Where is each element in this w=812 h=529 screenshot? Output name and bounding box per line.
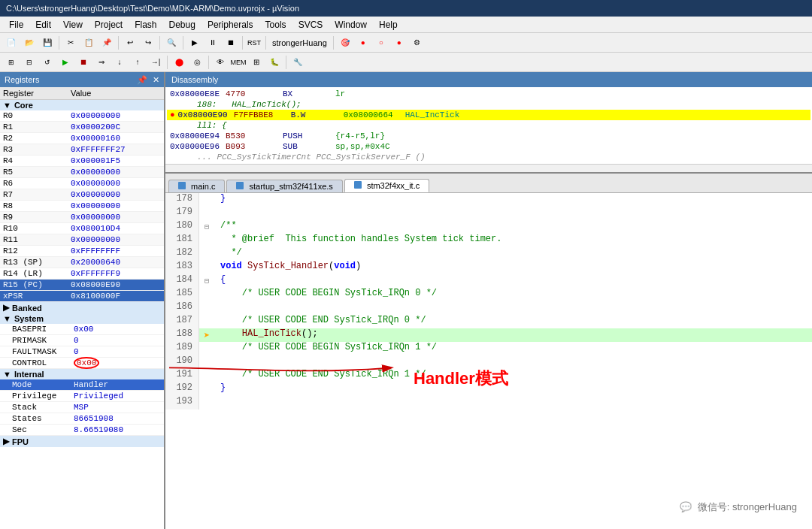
tb-target[interactable]: 🎯: [337, 35, 353, 50]
tb2-step-in[interactable]: ↓: [111, 55, 128, 70]
disasm-scrollbar[interactable]: [165, 164, 812, 173]
disasm-content[interactable]: 0x08000E8E 4770 BX lr 188: HAL_IncTick()…: [165, 87, 812, 164]
menu-window[interactable]: Window: [329, 18, 373, 32]
menu-edit[interactable]: Edit: [29, 18, 57, 32]
tb-b4[interactable]: RST: [246, 35, 262, 50]
tb2-wrench[interactable]: 🔧: [289, 55, 306, 70]
tb-save[interactable]: 💾: [39, 35, 56, 50]
reg-row-sp: R13 (SP) 0x20000640: [0, 257, 164, 268]
code-line-192: 192 }: [165, 382, 812, 396]
tab-stm32[interactable]: stm32f4xx_it.c: [344, 179, 429, 192]
reg-row-r2: R2 0x00000160: [0, 133, 164, 144]
menu-file[interactable]: File: [3, 18, 29, 32]
tb-cut[interactable]: ✂: [62, 35, 79, 50]
fpu-label: FPU: [12, 437, 29, 446]
banked-label: Banked: [12, 304, 42, 313]
tb-undo[interactable]: ↩: [122, 35, 138, 50]
reg-row-xpsr: xPSR 0x8100000F: [0, 291, 164, 302]
tab-bar: main.c startup_stm32f411xe.s stm32f4xx_i…: [165, 174, 812, 193]
disasm-line-1: 0x08000E8E 4770 BX lr: [167, 89, 810, 99]
reg-row-r5: R5 0x00000000: [0, 167, 164, 178]
menu-bar: File Edit View Project Flash Debug Perip…: [0, 17, 812, 33]
menu-tools[interactable]: Tools: [259, 18, 292, 32]
internal-label: Internal: [14, 370, 44, 379]
editor-panel: main.c startup_stm32f411xe.s stm32f4xx_i…: [165, 174, 812, 529]
reg-states: States 86651908: [0, 413, 164, 425]
watermark: 💬 微信号: strongerHuang: [680, 500, 797, 514]
system-expand[interactable]: ▼: [3, 314, 11, 323]
tab-startup-icon: [236, 182, 244, 189]
tb-redo[interactable]: ↪: [140, 35, 156, 50]
tb2-debug[interactable]: 🐛: [266, 55, 283, 70]
tab-main-c-label: main.c: [191, 182, 215, 191]
tb-b3[interactable]: ⏹: [223, 35, 239, 50]
code-line-182: 182 */: [165, 247, 812, 261]
tb-config[interactable]: ⚙: [409, 35, 426, 50]
menu-view[interactable]: View: [57, 18, 89, 32]
tb-b2[interactable]: ⏸: [205, 35, 221, 50]
tb2-mem[interactable]: MEM: [230, 55, 247, 70]
tb2-step-over[interactable]: ⇒: [93, 55, 110, 70]
tb-b1[interactable]: ▶: [186, 35, 203, 50]
code-line-188: 188 ➤ HAL_IncTick();: [165, 328, 812, 342]
tb2-bp[interactable]: ⬤: [171, 55, 187, 70]
registers-table: Register Value ▼ Core R0 0x00000000 R1 0…: [0, 87, 164, 529]
right-panel: Disassembly 0x08000E8E 4770 BX lr 188: H…: [165, 72, 812, 529]
banked-section: ▶ Banked: [0, 302, 164, 313]
core-expand[interactable]: ▼: [3, 101, 11, 110]
tab-main-c[interactable]: main.c: [168, 180, 225, 192]
tb2-b1[interactable]: ⊞: [3, 55, 20, 70]
registers-pin[interactable]: 📌: [137, 75, 147, 84]
tb2-run-to[interactable]: →|: [147, 55, 164, 70]
tb-find[interactable]: 🔍: [163, 35, 180, 50]
code-line-189: 189 /* USER CODE BEGIN SysTick_IRQn 1 */: [165, 342, 812, 355]
tb2-step-out[interactable]: ↑: [129, 55, 146, 70]
col-register: Register: [3, 89, 71, 98]
tb2-reset[interactable]: ↺: [39, 55, 56, 70]
tb2-stop[interactable]: ⏹: [75, 55, 92, 70]
tb-paste[interactable]: 📌: [98, 35, 115, 50]
reg-row-r12: R12 0xFFFFFFFF: [0, 246, 164, 257]
disasm-debug-dot: ●: [170, 110, 175, 119]
control-value-circled: 0x00: [74, 357, 99, 369]
tb-red1[interactable]: ●: [355, 35, 371, 50]
disasm-line-7: ... PCC_SysTickTimerCnt PCC_SysTickServe…: [167, 152, 810, 162]
tb-new[interactable]: 📄: [3, 35, 20, 50]
tb2-watch[interactable]: 👁: [212, 55, 229, 70]
tb2-run[interactable]: ▶: [57, 55, 74, 70]
reg-faultmask: FAULTMASK 0: [0, 346, 164, 358]
tb2-b2[interactable]: ⊟: [21, 55, 38, 70]
fold-180[interactable]: ⊟: [205, 222, 209, 231]
system-section: ▼ System: [0, 313, 164, 324]
reg-basepri: BASEPRI 0x00: [0, 324, 164, 335]
tb-red2[interactable]: ●: [391, 35, 408, 50]
reg-privilege: Privilege Privileged: [0, 391, 164, 402]
menu-help[interactable]: Help: [373, 18, 404, 32]
menu-peripherals[interactable]: Peripherals: [201, 18, 259, 32]
tb-circle[interactable]: ○: [373, 35, 389, 50]
tb-open[interactable]: 📂: [21, 35, 38, 50]
menu-svcs[interactable]: SVCS: [292, 18, 329, 32]
toolbar2: ⊞ ⊟ ↺ ▶ ⏹ ⇒ ↓ ↑ →| ⬤ ◎ 👁 MEM ⊞ 🐛 🔧: [0, 53, 812, 72]
registers-header: Registers 📌 ✕: [0, 72, 164, 87]
tb2-serial[interactable]: ⊞: [248, 55, 265, 70]
reg-row-r1: R1 0x0000200C: [0, 122, 164, 133]
tb-copy[interactable]: 📋: [80, 35, 97, 50]
registers-close[interactable]: ✕: [153, 75, 159, 84]
core-section: ▼ Core: [0, 100, 164, 110]
disasm-line-3-current: ● 0x08000E90 F7FFBBE8 B.W 0x08000664 HAL…: [167, 110, 810, 120]
fold-184[interactable]: ⊟: [205, 277, 209, 286]
banked-expand[interactable]: ▶: [3, 303, 9, 313]
reg-mode: Mode Handler: [0, 379, 164, 391]
tab-stm32-icon: [354, 181, 362, 189]
internal-expand[interactable]: ▼: [3, 370, 11, 379]
disasm-panel: Disassembly 0x08000E8E 4770 BX lr 188: H…: [165, 72, 812, 174]
tb2-bp2[interactable]: ◎: [189, 55, 205, 70]
code-area[interactable]: 178 } 179 180 ⊟ /** 181: [165, 193, 812, 529]
menu-flash[interactable]: Flash: [129, 18, 162, 32]
registers-panel: Registers 📌 ✕ Register Value ▼ Core R0 0…: [0, 72, 165, 529]
menu-debug[interactable]: Debug: [163, 18, 201, 32]
tab-startup[interactable]: startup_stm32f411xe.s: [226, 180, 342, 192]
menu-project[interactable]: Project: [89, 18, 129, 32]
fpu-expand[interactable]: ▶: [3, 437, 9, 446]
